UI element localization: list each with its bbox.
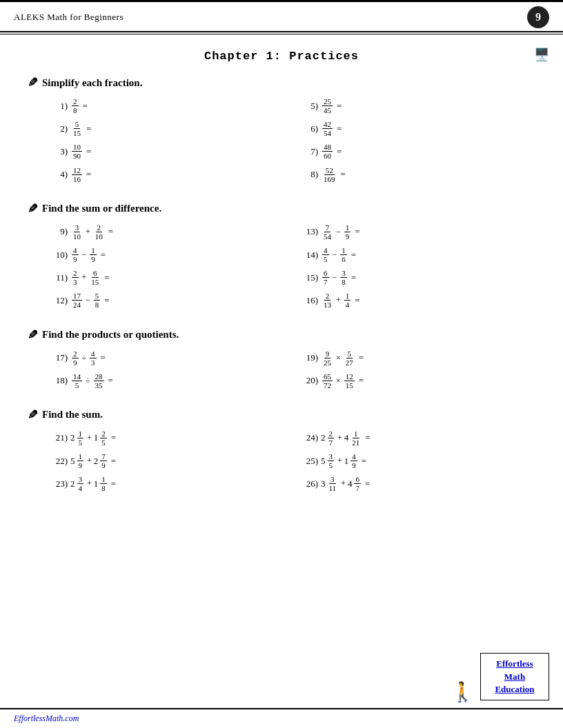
problem-2: 2) 515 = [48,120,285,137]
sum-diff-left-col: 9) 310 + 210 = 10) 49 − 19 = 11) 23 + 61… [48,223,285,315]
pq-left-col: 17) 29 ÷ 43 = 18) 145 ÷ 2835 = [48,350,285,395]
sum-diff-problems-grid: 9) 310 + 210 = 10) 49 − 19 = 11) 23 + 61… [48,223,535,315]
problem-9: 9) 310 + 210 = [48,223,285,241]
problem-21: 21) 215 + 125 = [48,429,285,447]
problem-8: 8) 52169 = [299,166,535,183]
section-pq-header: ✎ Find the products or quotients. [28,327,535,343]
walking-person-icon: 🚶 [451,680,475,703]
problem-7: 7) 4860 = [299,143,535,160]
section-products-quotients: ✎ Find the products or quotients. 17) 29… [28,327,535,395]
fs-problems-grid: 21) 215 + 125 = 22) 519 + 279 = 23) 234 … [48,429,535,498]
fs-right-col: 24) 227 + 4121 = 25) 535 + 149 = 26) 331… [299,429,535,498]
problem-19: 19) 925 × 527 = [299,350,535,367]
problem-10: 10) 49 − 19 = [48,246,285,263]
problem-6: 6) 4254 = [299,120,535,137]
problem-13: 13) 754 − 19 = [299,223,535,241]
simplify-right-col: 5) 2545 = 6) 4254 = 7) 4860 = 8) 52169 = [299,97,535,189]
section-simplify-header: ✎ Simplify each fraction. [28,75,535,90]
problem-3: 3) 1090 = [48,143,285,160]
chapter-title: Chapter 1: Practices [0,50,563,63]
pencil-icon-2: ✎ [28,201,38,216]
problem-4: 4) 1216 = [48,166,285,183]
problem-25: 25) 535 + 149 = [299,452,535,469]
problem-16: 16) 213 + 14 = [299,292,535,309]
problem-11: 11) 23 + 615 = [48,269,285,286]
pencil-icon-4: ✎ [28,407,38,423]
simplify-left-col: 1) 28 = 2) 515 = 3) 1090 = 4) 1216 = [48,97,285,189]
footer-bar: EffortlessMath.com [0,708,563,728]
section-fs-header: ✎ Find the sum. [28,407,535,423]
problem-22: 22) 519 + 279 = [48,452,285,469]
problem-23: 23) 234 + 118 = [48,475,285,492]
header-title: ALEKS Math for Beginners [14,12,124,23]
section-sum-diff: ✎ Find the sum or difference. 9) 310 + 2… [28,201,535,315]
simplify-problems-grid: 1) 28 = 2) 515 = 3) 1090 = 4) 1216 = [48,97,535,189]
problem-17: 17) 29 ÷ 43 = [48,350,285,367]
pencil-icon-1: ✎ [28,75,38,90]
problem-1: 1) 28 = [48,97,285,114]
problem-24: 24) 227 + 4121 = [299,429,535,447]
problem-15: 15) 67 − 38 = [299,269,535,286]
section-simplify: ✎ Simplify each fraction. 1) 28 = 2) 515… [28,75,535,189]
section-sum-diff-header: ✎ Find the sum or difference. [28,201,535,216]
page-header: ALEKS Math for Beginners 9 [0,2,563,31]
problem-14: 14) 45 − 16 = [299,246,535,263]
desk-icon: 🖥️ [534,47,549,62]
footer-link[interactable]: EffortlessMath.com [14,714,79,724]
problem-5: 5) 2545 = [299,97,535,114]
problem-18: 18) 145 ÷ 2835 = [48,372,285,390]
problem-26: 26) 3311 + 467 = [299,475,535,492]
sum-diff-right-col: 13) 754 − 19 = 14) 45 − 16 = 15) 67 − 38… [299,223,535,315]
pq-problems-grid: 17) 29 ÷ 43 = 18) 145 ÷ 2835 = 19) 925 ×… [48,350,535,395]
problem-12: 12) 1724 − 58 = [48,292,285,309]
fs-left-col: 21) 215 + 125 = 22) 519 + 279 = 23) 234 … [48,429,285,498]
page-number: 9 [527,6,549,28]
section-find-sum: ✎ Find the sum. 21) 215 + 125 = 22) 519 … [28,407,535,498]
footer: EffortlessMath.com [0,708,563,728]
pq-right-col: 19) 925 × 527 = 20) 6572 × 1215 = [299,350,535,395]
pencil-icon-3: ✎ [28,327,38,343]
brand-box: Effortless Math Education [480,653,549,700]
problem-20: 20) 6572 × 1215 = [299,372,535,390]
